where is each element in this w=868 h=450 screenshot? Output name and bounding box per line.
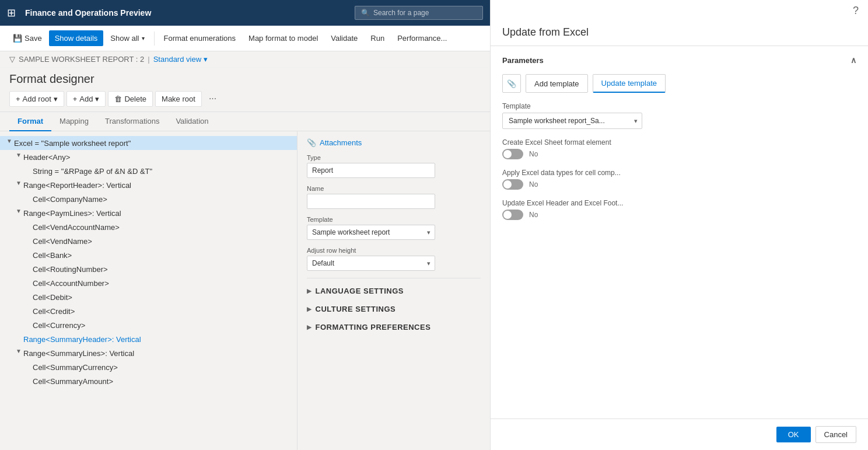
tree-item-summaryamount[interactable]: Cell<SummaryAmount>: [0, 374, 297, 388]
tree-item-vendaccountname[interactable]: Cell<VendAccountName>: [0, 220, 297, 234]
update-header-toggle-row: No: [502, 210, 856, 220]
culture-settings-header[interactable]: ▶ CULTURE SETTINGS: [307, 301, 481, 317]
add-button[interactable]: + Add ▾: [66, 91, 106, 107]
tabs-bar: Format Mapping Transformations Validatio…: [0, 112, 490, 131]
tree-item-bank[interactable]: Cell<Bank>: [0, 248, 297, 262]
tree-item-excel[interactable]: ▼ Excel = "Sample worksheet report": [0, 136, 297, 150]
delete-button[interactable]: 🗑 Delete: [108, 91, 153, 107]
type-field-group: Type: [307, 154, 481, 178]
template-param-select[interactable]: Sample worksheet report_Sa...: [502, 113, 642, 129]
add-template-button[interactable]: Add template: [526, 74, 588, 93]
language-expand-icon: ▶: [307, 288, 312, 294]
tree-item-debit[interactable]: Cell<Debit>: [0, 290, 297, 304]
top-navbar: ⊞ Finance and Operations Preview 🔍: [0, 0, 490, 26]
name-input[interactable]: [307, 194, 435, 209]
name-field-group: Name: [307, 185, 481, 209]
save-button[interactable]: 💾 Save: [7, 30, 48, 46]
delete-icon: 🗑: [114, 95, 122, 103]
toggle-summarylines[interactable]: ▼: [14, 348, 23, 358]
ok-button[interactable]: OK: [776, 427, 811, 442]
tree-item-summarylines[interactable]: ▼ Range<SummaryLines>: Vertical: [0, 346, 297, 360]
tree-item-header[interactable]: ▼ Header<Any>: [0, 150, 297, 164]
type-input[interactable]: [307, 163, 435, 178]
toggle-summaryamount: [23, 376, 33, 386]
add-root-dropdown-icon: ▾: [54, 95, 58, 103]
tree-item-summaryheader[interactable]: Range<SummaryHeader>: Vertical: [0, 332, 297, 346]
create-excel-value: No: [529, 150, 538, 158]
right-panel: ? Update from Excel Parameters ∧ 📎 Add t…: [490, 0, 868, 450]
parameters-collapse-icon[interactable]: ∧: [850, 55, 856, 65]
attachments-bar[interactable]: 📎 Attachments: [307, 138, 481, 147]
create-excel-toggle[interactable]: [502, 149, 523, 159]
cancel-button[interactable]: Cancel: [816, 426, 856, 443]
separator-1: [154, 32, 155, 46]
tree-item-credit[interactable]: Cell<Credit>: [0, 304, 297, 318]
add-plus-icon: +: [73, 95, 78, 103]
adjust-row-height-select[interactable]: Default: [307, 256, 435, 271]
tab-mapping[interactable]: Mapping: [51, 112, 97, 131]
format-enumerations-button[interactable]: Format enumerations: [158, 30, 242, 46]
apply-excel-value: No: [529, 180, 538, 189]
tab-format[interactable]: Format: [9, 112, 51, 131]
update-header-value: No: [529, 211, 538, 219]
right-panel-footer: OK Cancel: [491, 418, 868, 450]
create-excel-label: Create Excel Sheet format element: [502, 138, 856, 146]
right-panel-title: Update from Excel: [502, 26, 589, 39]
toggle-summaryheader: [14, 334, 23, 344]
command-bar: 💾 Save Show details Show all ▾ Format en…: [0, 26, 490, 51]
update-header-label: Update Excel Header and Excel Foot...: [502, 199, 856, 207]
view-dropdown-icon: ▾: [204, 55, 208, 64]
tab-transformations[interactable]: Transformations: [97, 112, 167, 131]
formatting-expand-icon: ▶: [307, 324, 312, 330]
create-excel-toggle-row: No: [502, 149, 856, 159]
tree-item-summarycurrency[interactable]: Cell<SummaryCurrency>: [0, 360, 297, 374]
language-settings-header[interactable]: ▶ LANGUAGE SETTINGS: [307, 283, 481, 299]
apply-excel-toggle[interactable]: [502, 179, 523, 190]
validate-button[interactable]: Validate: [325, 30, 363, 46]
search-input[interactable]: [373, 9, 467, 17]
search-box[interactable]: 🔍: [355, 6, 483, 20]
name-label: Name: [307, 185, 481, 192]
attach-button[interactable]: 📎: [502, 74, 521, 93]
tree-item-reportheader[interactable]: ▼ Range<ReportHeader>: Vertical: [0, 178, 297, 192]
standard-view-dropdown[interactable]: Standard view ▾: [153, 55, 208, 64]
update-header-toggle[interactable]: [502, 210, 523, 220]
formatting-preferences-header[interactable]: ▶ FORMATTING PREFERENCES: [307, 319, 481, 335]
toggle-excel[interactable]: ▼: [5, 138, 14, 148]
run-button[interactable]: Run: [365, 30, 390, 46]
performance-button[interactable]: Performance...: [391, 30, 453, 46]
show-all-button[interactable]: Show all ▾: [104, 30, 150, 46]
toggle-accountnumber: [23, 278, 33, 288]
tab-validation[interactable]: Validation: [167, 112, 216, 131]
update-header-section: Update Excel Header and Excel Foot... No: [502, 199, 856, 220]
tree-item-string[interactable]: String = "&RPage &P of &N &D &T": [0, 164, 297, 178]
show-details-button[interactable]: Show details: [49, 30, 104, 46]
divider: [307, 278, 481, 278]
tree-item-accountnumber[interactable]: Cell<AccountNumber>: [0, 276, 297, 290]
tree-item-companyname[interactable]: Cell<CompanyName>: [0, 192, 297, 206]
tree-item-routingnumber[interactable]: Cell<RoutingNumber>: [0, 262, 297, 276]
template-field-label: Template: [307, 216, 481, 223]
add-dropdown-icon: ▾: [95, 95, 99, 103]
update-template-button[interactable]: Update template: [593, 74, 666, 93]
breadcrumb: ▽ SAMPLE WORKSHEET REPORT : 2 | Standard…: [0, 51, 490, 68]
adjust-row-height-group: Adjust row height Default: [307, 247, 481, 271]
template-param-label: Template: [502, 102, 856, 110]
search-icon: 🔍: [361, 9, 370, 17]
toggle-paymlines[interactable]: ▼: [14, 208, 23, 218]
help-icon[interactable]: ?: [853, 5, 859, 17]
tree-item-paymlines[interactable]: ▼ Range<PaymLines>: Vertical: [0, 206, 297, 220]
tree-item-vendname[interactable]: Cell<VendName>: [0, 234, 297, 248]
filter-icon[interactable]: ▽: [9, 55, 15, 64]
add-root-button[interactable]: + Add root ▾: [9, 91, 64, 107]
toggle-header[interactable]: ▼: [14, 152, 23, 162]
tree-item-currency[interactable]: Cell<Currency>: [0, 318, 297, 332]
app-grid-icon[interactable]: ⊞: [7, 6, 16, 19]
toggle-bank: [23, 250, 33, 260]
more-options-button[interactable]: ···: [204, 90, 221, 107]
map-format-button[interactable]: Map format to model: [243, 30, 324, 46]
template-select[interactable]: Sample worksheet report: [307, 225, 435, 240]
make-root-button[interactable]: Make root: [155, 91, 202, 107]
toggle-reportheader[interactable]: ▼: [14, 180, 23, 190]
page-title: Format designer: [9, 72, 481, 86]
